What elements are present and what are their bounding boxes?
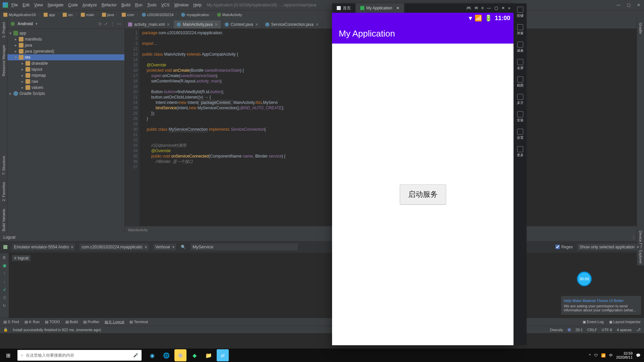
app-xd[interactable]: ⬢ [174,349,186,361]
tree-twisty-icon[interactable]: ▸ [14,49,17,54]
caret-position[interactable]: 29:1 [576,328,583,332]
crumb-5[interactable]: com [122,13,134,17]
maximize-button[interactable]: ▢ [626,3,631,7]
tree-twisty-icon[interactable]: ▾ [14,55,17,60]
project-view-mode[interactable]: Android [17,21,33,26]
tree-node-values[interactable]: ▸values [7,84,124,90]
crumb-4[interactable]: java [102,13,114,17]
shield-icon[interactable]: 🛡 [594,353,598,357]
filter-input[interactable] [191,243,298,250]
app-edge[interactable]: ◉ [146,349,158,361]
tab-Context.java[interactable]: Context.java✕ [221,20,262,28]
emu-安装[interactable]: 安装 [517,111,524,123]
target-icon[interactable]: ⊙ [98,21,102,26]
tree-twisty-icon[interactable]: ▸ [21,67,24,72]
tool-build-variants[interactable]: Build Variants [2,207,6,233]
menu-code[interactable]: Code [66,1,80,9]
menu-navigate[interactable]: Navigate [46,1,65,9]
emulator-tab-app[interactable]: My Application ✕ [356,3,404,13]
tool-gradle[interactable]: Gradle [639,21,643,36]
tool-3: Find[interactable]: ▤ 3: Find [3,320,19,324]
stop-icon[interactable]: ▣ [3,263,6,268]
menu-file[interactable]: File [9,1,20,9]
emu-多开[interactable]: 多开 [517,94,524,105]
wifi-icon[interactable]: 📶 [601,353,606,358]
emulator-tab-home[interactable]: 首页 [332,3,356,13]
crumb-0[interactable]: MyApplication18 [3,13,36,17]
maximize-icon[interactable]: ▢ [494,6,498,10]
chevron-up-icon[interactable]: ^ [589,353,591,357]
tool-Build[interactable]: ▤ Build [65,320,78,324]
close-icon[interactable]: ✕ [316,22,319,27]
notifications-icon[interactable]: 💬 [636,353,641,358]
mail-icon[interactable]: ✉ [475,6,478,10]
menu-refactor[interactable]: Refactor [100,1,119,9]
crumb-8[interactable]: MainActivity [217,13,242,17]
tree-node-raw[interactable]: ▸raw [7,78,124,84]
tool-project[interactable]: 1: Project [2,20,6,40]
emu-设置[interactable]: 设置 [517,129,524,140]
tool-4: Run[interactable]: ▤ 4: Run [24,320,40,324]
screen-record-badge[interactable]: 00:00 [577,272,592,286]
tree-node-mipmap[interactable]: ▸mipmap [7,72,124,78]
mic-icon[interactable]: 🎤 [133,353,138,358]
menu-window[interactable]: Window [172,1,191,9]
emu-加量[interactable]: 加量 [517,24,524,36]
tree-node-app[interactable]: ▾app [7,30,124,36]
close-icon[interactable]: ✕ [215,22,218,27]
tree-node-manifests[interactable]: ▸manifests [7,36,124,42]
tab-MainActivity.java[interactable]: MainActivity.java✕ [173,20,221,28]
tool-TODO[interactable]: ▤ TODO [45,320,60,324]
tool-6: Logcat[interactable]: ▤ 6: Logcat [105,320,124,324]
clock[interactable]: 10:59 2020/8/11 [616,351,633,359]
tree-node-java (generated)[interactable]: ▸java (generated) [7,48,124,54]
collapse-side-icon[interactable]: » [508,6,511,10]
menu-view[interactable]: View [32,1,45,9]
device-selector[interactable]: Emulator emulator-5554 Andro [12,244,75,250]
close-window-icon[interactable]: ✕ [501,6,505,10]
tab-activity_main.xml[interactable]: activity_main.xml✕ [125,20,173,28]
menu-vcs[interactable]: VCS [159,1,172,9]
tree-twisty-icon[interactable]: ▸ [21,85,24,90]
crumb-3[interactable]: main [81,13,94,17]
close-button[interactable]: ✕ [636,3,641,7]
emu-截图[interactable]: 截图 [517,76,524,88]
tool-Event Log[interactable]: ▣ Event Log [583,320,604,324]
crumb-1[interactable]: app [44,13,55,17]
regex-checkbox[interactable]: Regex [555,245,573,249]
emu-全屏[interactable]: 全屏 [517,59,524,70]
chevron-down-icon[interactable]: ▾ [36,21,38,26]
windows-search[interactable]: ○ 在这里输入你要搜索的内容 🎤 [17,350,142,361]
menu-icon[interactable]: ≡ [481,6,484,10]
logcat-tab-chip[interactable]: ≡ logcat [12,255,31,261]
gamepad-icon[interactable]: 🎮 [466,6,471,10]
menu-help[interactable]: Help [191,1,204,9]
hide-icon[interactable]: — [117,21,121,26]
indent[interactable]: 4 spaces [617,328,632,332]
more-icon[interactable]: ⋮ [110,21,114,26]
tool-Profiler[interactable]: ▤ Profiler [83,320,99,324]
notification-popup[interactable]: Help Make Material Theme UI Better We ar… [561,296,641,315]
wrap-icon[interactable]: ↲ [3,287,6,292]
tool-structure[interactable]: 7: Structure [2,154,6,177]
git-icon[interactable]: ⎇ [636,327,641,332]
up-icon[interactable]: ↑ [3,271,5,276]
tab-ServiceConnection.java[interactable]: ServiceConnection.java✕ [262,20,322,28]
tree-node-drawable[interactable]: ▸drawable [7,60,124,66]
process-selector[interactable]: com.c201801020224.myapplicatic [79,244,148,250]
close-icon[interactable]: ✕ [255,22,258,27]
tree-node-layout[interactable]: ▸layout [7,66,124,72]
tree-twisty-icon[interactable]: ▾ [9,31,12,36]
start-service-button[interactable]: 启动服务 [400,184,446,204]
minimize-icon[interactable]: — [487,6,491,10]
tool-Layout Inspector[interactable]: ▣ Layout Inspector [609,320,641,324]
app-gif[interactable]: gif [217,349,229,361]
down-icon[interactable]: ↓ [3,279,5,284]
tool-favorites[interactable]: 2: Favorites [2,180,6,203]
collapse-icon[interactable]: ⤢ [104,21,108,26]
tree-twisty-icon[interactable]: ▸ [21,79,24,84]
crumb-7[interactable]: myapplication [181,13,209,17]
print-icon[interactable]: ⎙ [3,295,6,300]
tool-Terminal[interactable]: ▤ Terminal [129,320,148,324]
crumb-6[interactable]: c201801020224 [142,13,174,17]
